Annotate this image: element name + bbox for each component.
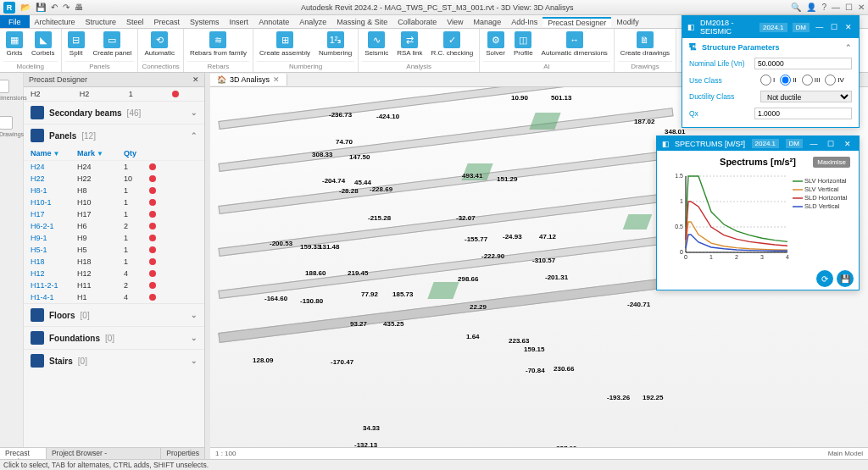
section-secondary-beams[interactable]: Secondary beams [46] ⌄ bbox=[24, 101, 204, 124]
table-row[interactable]: H5-1H51 bbox=[24, 244, 204, 256]
view-tab-3d-analisys[interactable]: 🏠 3D Analisys ✕ bbox=[210, 74, 287, 86]
table-row[interactable]: H17H171 bbox=[24, 208, 204, 220]
app-logo[interactable]: R bbox=[3, 2, 15, 14]
table-row[interactable]: H22H2210 bbox=[24, 173, 204, 185]
close-tab-icon[interactable]: ✕ bbox=[273, 75, 280, 84]
qat-redo-icon[interactable]: ↷ bbox=[63, 3, 70, 12]
seismic-header[interactable]: ◧ DM2018 - SEISMIC 2024.1 DM — ☐ ✕ bbox=[682, 16, 859, 38]
panel-title: Precast Designer bbox=[29, 75, 87, 84]
maximize-icon[interactable]: ☐ bbox=[825, 140, 837, 148]
table-row[interactable]: H1-4-1H14 bbox=[24, 291, 204, 303]
automatic-dimensions-icon: ↔ bbox=[566, 31, 583, 48]
qat-print-icon[interactable]: 🖶 bbox=[75, 3, 83, 12]
section-stairs[interactable]: Stairs [0] ⌄ bbox=[24, 349, 204, 372]
row-h2[interactable]: H2 H2 1 bbox=[24, 87, 204, 101]
status-dot bbox=[149, 235, 156, 241]
section-foundations[interactable]: Foundations [0] ⌄ bbox=[24, 326, 204, 349]
ribbon-split[interactable]: ⊟Split bbox=[65, 30, 87, 61]
qat-undo-icon[interactable]: ↶ bbox=[51, 3, 58, 12]
load-annotation: 435.25 bbox=[383, 320, 403, 328]
ribbon-automatic-dimensions[interactable]: ↔Automatic dimensions bbox=[539, 30, 610, 61]
minimize-icon[interactable]: — bbox=[808, 140, 820, 148]
table-row[interactable]: H11-2-1H112 bbox=[24, 279, 204, 291]
useclass-IV[interactable]: IV bbox=[825, 75, 844, 86]
tab-add-ins[interactable]: Add-Ins bbox=[506, 18, 542, 26]
section-panels[interactable]: Panels [12] ⌃ bbox=[24, 124, 204, 147]
table-row[interactable]: H24H241 bbox=[24, 161, 204, 173]
table-row[interactable]: H12H124 bbox=[24, 268, 204, 279]
footer-tab-project-browser[interactable]: Project Browser - MAG_TWS_PC_ST_M3_001.r… bbox=[47, 448, 161, 459]
table-row[interactable]: H9-1H91 bbox=[24, 232, 204, 244]
view-scale[interactable]: 1 : 100 bbox=[215, 450, 236, 457]
search-icon[interactable]: 🔍 bbox=[791, 3, 801, 12]
ribbon-r-c-checking[interactable]: ✓R.C. checking bbox=[428, 30, 476, 61]
ribbon-solver[interactable]: ⚙Solver bbox=[483, 30, 508, 61]
tab-analyze[interactable]: Analyze bbox=[294, 18, 331, 26]
useclass-II[interactable]: II bbox=[780, 75, 796, 86]
chevron-up-icon[interactable]: ⌃ bbox=[845, 43, 852, 52]
table-row[interactable]: H10-1H101 bbox=[24, 196, 204, 208]
maximize-icon[interactable]: ☐ bbox=[829, 23, 838, 31]
ribbon-rsa-link[interactable]: ⇄RSA link bbox=[394, 30, 425, 61]
ribbon-create-drawings[interactable]: 🗎Create drawings bbox=[618, 30, 672, 61]
ribbon-grids[interactable]: ▦Grids bbox=[3, 30, 25, 61]
ribbon-seismic[interactable]: ∿Seismic bbox=[362, 30, 391, 61]
tab-collaborate[interactable]: Collaborate bbox=[392, 18, 442, 26]
tab-annotate[interactable]: Annotate bbox=[253, 18, 294, 26]
view-model-name[interactable]: Main Model bbox=[828, 450, 863, 457]
ribbon-create-assembly[interactable]: ⊞Create assembly bbox=[257, 30, 313, 61]
tab-view[interactable]: View bbox=[442, 18, 468, 26]
qat-save-icon[interactable]: 💾 bbox=[36, 3, 46, 12]
strip-drawings[interactable]: Drawings bbox=[0, 116, 24, 137]
filter-icon[interactable]: ▼ bbox=[97, 150, 103, 158]
tab-insert[interactable]: Insert bbox=[225, 18, 254, 26]
status-dot bbox=[149, 175, 156, 182]
nominal-life-input[interactable] bbox=[754, 58, 852, 69]
minimize-icon[interactable]: — bbox=[815, 23, 824, 31]
ribbon-create-panel[interactable]: ▭Create panel bbox=[91, 30, 135, 61]
close-icon[interactable]: ✕ bbox=[858, 3, 865, 12]
load-annotation: 22.29 bbox=[470, 303, 487, 311]
qat-open-icon[interactable]: 📂 bbox=[20, 3, 31, 12]
tab-architecture[interactable]: Architecture bbox=[30, 18, 81, 26]
table-row[interactable]: H18H181 bbox=[24, 256, 204, 268]
tab-steel[interactable]: Steel bbox=[121, 18, 149, 26]
panel-close-icon[interactable]: ✕ bbox=[192, 75, 199, 84]
tab-manage[interactable]: Manage bbox=[469, 18, 507, 26]
qx-input[interactable] bbox=[754, 108, 852, 119]
maximise-button[interactable]: Maximise bbox=[813, 157, 850, 168]
section-floors[interactable]: Floors [0] ⌄ bbox=[24, 303, 204, 326]
save-button[interactable]: 💾 bbox=[837, 270, 854, 287]
ductility-select[interactable]: Not ductile bbox=[760, 91, 852, 102]
tab-systems[interactable]: Systems bbox=[185, 18, 225, 26]
maximize-icon[interactable]: ☐ bbox=[845, 3, 853, 12]
minimize-icon[interactable]: — bbox=[832, 3, 840, 12]
tab-precast[interactable]: Precast bbox=[149, 18, 186, 26]
tab-modify[interactable]: Modify bbox=[611, 18, 644, 26]
footer-tab-precast[interactable]: Precast Designer bbox=[0, 448, 47, 459]
tab-massing-site[interactable]: Massing & Site bbox=[331, 18, 392, 26]
ribbon-profile[interactable]: ◫Profile bbox=[511, 30, 536, 61]
status-dot bbox=[149, 211, 156, 218]
chevron-down-icon: ⌄ bbox=[191, 357, 198, 365]
filter-icon[interactable]: ▼ bbox=[53, 150, 60, 158]
ribbon-group-numbering: ⊞Create assembly1²₃NumberingNumbering bbox=[253, 29, 359, 72]
close-icon[interactable]: ✕ bbox=[842, 140, 854, 148]
help-icon[interactable]: ? bbox=[821, 3, 826, 12]
ribbon-numbering[interactable]: 1²₃Numbering bbox=[316, 30, 354, 61]
table-row[interactable]: H8-1H81 bbox=[24, 185, 204, 196]
refresh-button[interactable]: ⟳ bbox=[816, 270, 833, 287]
table-row[interactable]: H6-2-1H62 bbox=[24, 220, 204, 232]
tab-precast-designer[interactable]: Precast Designer bbox=[542, 17, 611, 27]
ribbon-automatic[interactable]: ⟲Automatic bbox=[142, 30, 177, 61]
ribbon-corbels[interactable]: ◣Corbels bbox=[29, 30, 58, 61]
tab-file[interactable]: File bbox=[0, 15, 30, 28]
ribbon-rebars-from-family[interactable]: ≋Rebars from family bbox=[187, 30, 249, 61]
useclass-III[interactable]: III bbox=[802, 75, 821, 86]
useclass-I[interactable]: I bbox=[760, 75, 775, 86]
footer-tab-properties[interactable]: Properties bbox=[161, 448, 205, 459]
user-icon[interactable]: 👤 bbox=[806, 3, 816, 12]
spectrums-header[interactable]: ◧ SPECTRUMS [M/S²] 2024.1 DM — ☐ ✕ bbox=[657, 136, 859, 151]
close-icon[interactable]: ✕ bbox=[844, 23, 854, 31]
tab-structure[interactable]: Structure bbox=[81, 18, 122, 26]
